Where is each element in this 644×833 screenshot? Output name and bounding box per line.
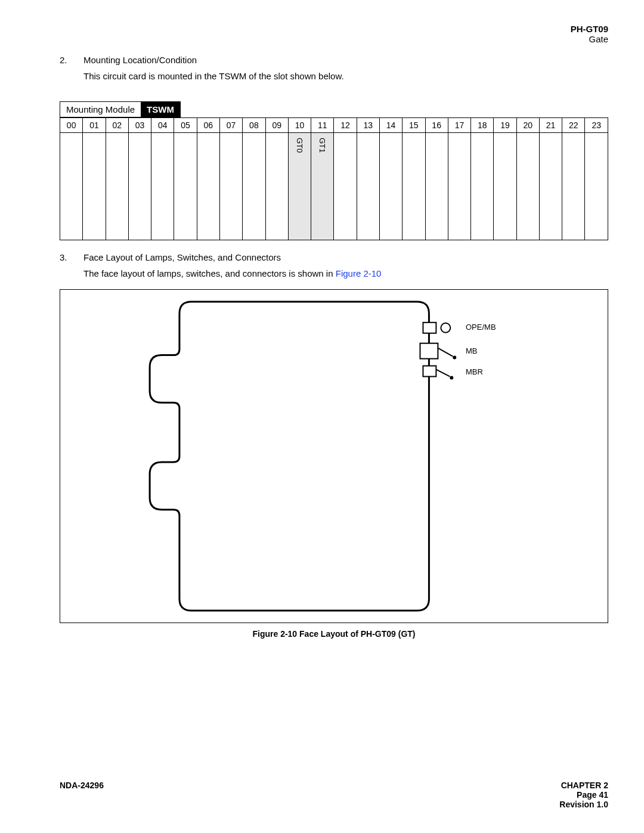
svg-line-3 bbox=[438, 348, 453, 357]
section-number: 2. bbox=[60, 55, 83, 65]
slot-header: 06 bbox=[197, 118, 219, 133]
svg-rect-5 bbox=[423, 366, 436, 377]
page-number: Page 41 bbox=[559, 790, 608, 800]
board-outline-icon bbox=[60, 290, 608, 623]
chapter-label: CHAPTER 2 bbox=[559, 781, 608, 790]
slot-header: 14 bbox=[379, 118, 402, 133]
slot-cell bbox=[379, 133, 402, 240]
slot-cell bbox=[539, 133, 562, 240]
slot-header: 09 bbox=[265, 118, 288, 133]
slot-cell bbox=[265, 133, 288, 240]
slot-cell-gt0: GT0 bbox=[288, 133, 311, 240]
slot-header: 16 bbox=[425, 118, 448, 133]
mounting-module-header: Mounting Module TSWM bbox=[60, 101, 181, 117]
slot-cell bbox=[243, 133, 265, 240]
slot-header: 22 bbox=[562, 118, 585, 133]
slot-cell bbox=[357, 133, 379, 240]
slot-header: 23 bbox=[585, 118, 608, 133]
slot-header: 12 bbox=[334, 118, 357, 133]
slot-table: 00 01 02 03 04 05 06 07 08 09 10 11 12 1… bbox=[60, 117, 608, 240]
section-body: The face layout of lamps, switches, and … bbox=[60, 268, 608, 278]
figure-link[interactable]: Figure 2-10 bbox=[336, 268, 382, 278]
slot-header: 08 bbox=[243, 118, 265, 133]
slot-label: GT0 bbox=[295, 138, 304, 153]
section-title: Face Layout of Lamps, Switches, and Conn… bbox=[83, 252, 608, 262]
connector-label-mb: MB bbox=[466, 346, 478, 355]
slot-cell bbox=[494, 133, 516, 240]
body-text: The face layout of lamps, switches, and … bbox=[83, 268, 336, 278]
slot-cell bbox=[151, 133, 174, 240]
figure-caption: Figure 2-10 Face Layout of PH-GT09 (GT) bbox=[60, 629, 608, 639]
slot-cell bbox=[83, 133, 106, 240]
slot-cell bbox=[128, 133, 151, 240]
slot-header: 10 bbox=[288, 118, 311, 133]
connector-label-ope-mb: OPE/MB bbox=[466, 323, 496, 332]
svg-rect-2 bbox=[420, 343, 438, 359]
page-header: PH-GT09 Gate bbox=[60, 24, 608, 44]
slot-cell-gt1: GT1 bbox=[311, 133, 334, 240]
slot-header: 04 bbox=[151, 118, 174, 133]
slot-cell bbox=[106, 133, 128, 240]
slot-cell bbox=[219, 133, 242, 240]
slot-cell bbox=[585, 133, 608, 240]
slot-header: 18 bbox=[471, 118, 494, 133]
slot-cell bbox=[174, 133, 197, 240]
section-2: 2. Mounting Location/Condition This circ… bbox=[60, 55, 608, 81]
slot-cell bbox=[448, 133, 470, 240]
mounting-module-label: Mounting Module bbox=[60, 102, 141, 117]
slot-header-row: 00 01 02 03 04 05 06 07 08 09 10 11 12 1… bbox=[60, 118, 608, 133]
slot-cell bbox=[402, 133, 425, 240]
slot-cell bbox=[471, 133, 494, 240]
section-3: 3. Face Layout of Lamps, Switches, and C… bbox=[60, 252, 608, 278]
slot-header: 02 bbox=[106, 118, 128, 133]
slot-header: 15 bbox=[402, 118, 425, 133]
svg-point-1 bbox=[441, 323, 450, 333]
doc-number: NDA-24296 bbox=[60, 781, 104, 809]
slot-header: 17 bbox=[448, 118, 470, 133]
section-title: Mounting Location/Condition bbox=[83, 55, 608, 65]
slot-header: 01 bbox=[83, 118, 106, 133]
page-footer: NDA-24296 CHAPTER 2 Page 41 Revision 1.0 bbox=[60, 781, 608, 809]
section-number: 3. bbox=[60, 252, 83, 262]
svg-point-4 bbox=[453, 356, 456, 360]
revision-label: Revision 1.0 bbox=[559, 800, 608, 809]
slot-cell bbox=[562, 133, 585, 240]
slot-header: 21 bbox=[539, 118, 562, 133]
slot-body-row: GT0 GT1 bbox=[60, 133, 608, 240]
slot-header: 07 bbox=[219, 118, 242, 133]
model-number: PH-GT09 bbox=[60, 24, 608, 34]
slot-cell bbox=[197, 133, 219, 240]
slot-header: 13 bbox=[357, 118, 379, 133]
slot-header: 03 bbox=[128, 118, 151, 133]
slot-cell bbox=[516, 133, 539, 240]
slot-header: 11 bbox=[311, 118, 334, 133]
model-subtitle: Gate bbox=[60, 34, 608, 44]
slot-header: 00 bbox=[60, 118, 83, 133]
svg-rect-0 bbox=[423, 323, 436, 333]
slot-label: GT1 bbox=[318, 138, 327, 153]
slot-header: 20 bbox=[516, 118, 539, 133]
section-body: This circuit card is mounted in the TSWM… bbox=[60, 71, 608, 81]
slot-header: 19 bbox=[494, 118, 516, 133]
slot-cell bbox=[60, 133, 83, 240]
svg-line-6 bbox=[436, 370, 450, 377]
slot-cell bbox=[425, 133, 448, 240]
slot-header: 05 bbox=[174, 118, 197, 133]
slot-cell bbox=[334, 133, 357, 240]
svg-point-7 bbox=[450, 376, 453, 379]
figure-2-10: OPE/MB MB MBR bbox=[60, 289, 608, 623]
connector-label-mbr: MBR bbox=[466, 367, 483, 376]
mounting-module-name: TSWM bbox=[141, 102, 180, 117]
